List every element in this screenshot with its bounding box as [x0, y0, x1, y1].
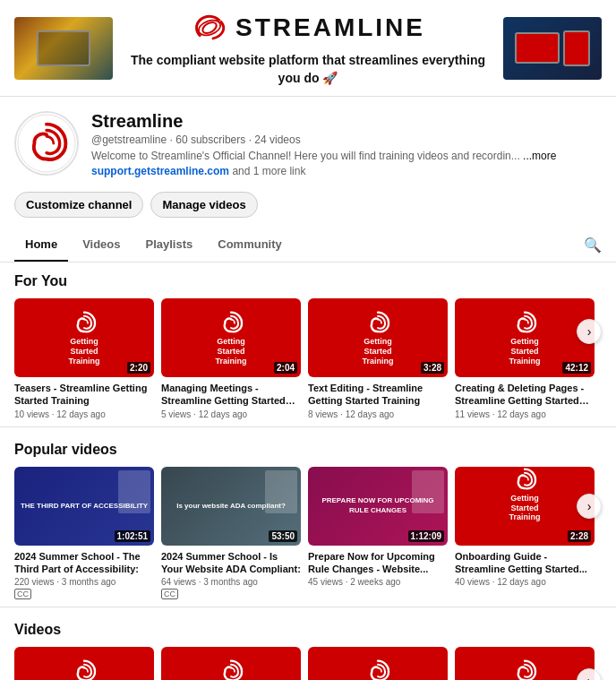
video-thumbnail[interactable]: PREPARE NOW FOR UPCOMING RULE CHANGES 1:…	[308, 467, 448, 546]
video-thumbnail[interactable]: GettingStartedTraining 3:28	[308, 298, 448, 377]
video-thumbnail[interactable]: GettingStartedTraining 2:04	[161, 298, 301, 377]
channel-info-row: Streamline @getstreamline · 60 subscribe…	[14, 111, 602, 177]
video-thumbnail[interactable]: GettingStartedTraining 4:17	[308, 647, 448, 680]
channel-subscribers: 60 subscribers	[175, 133, 245, 146]
video-meta: 45 views · 2 weeks ago	[308, 577, 448, 587]
cc-badge: CC	[14, 589, 31, 599]
videos-row-wrapper: GettingStartedTraining 2:28 Onboarding G…	[14, 647, 602, 680]
nav-tab-playlists[interactable]: Playlists	[135, 228, 204, 262]
device-screen-icon	[515, 32, 560, 64]
banner-tagline: The compliant website platform that stre…	[127, 52, 489, 87]
video-meta: 5 views · 12 days ago	[161, 409, 301, 419]
channel-nav: Home Videos Playlists Community 🔍	[0, 228, 616, 263]
banner-center: STREAMLINE The compliant website platfor…	[127, 9, 489, 87]
list-item[interactable]: GettingStartedTraining 2:28 Onboarding G…	[455, 467, 595, 600]
popular-videos-row: THE THIRD PART OF ACCESSIBILITY 1:02:51 …	[14, 467, 602, 600]
description-more-link[interactable]: ...more	[523, 150, 556, 162]
list-item[interactable]: GettingStartedTraining 42:12 Creating & …	[455, 298, 595, 419]
popular-videos-section: Popular videos THE THIRD PART OF ACCESSI…	[0, 431, 616, 604]
for-you-video-row: GettingStartedTraining 2:20 Teasers - St…	[14, 298, 602, 419]
channel-link[interactable]: support.getstreamline.com	[91, 165, 229, 177]
list-item[interactable]: GettingStartedTraining 2:04 Managing Mee…	[161, 298, 301, 419]
video-thumbnail[interactable]: GettingStartedTraining 2:28	[14, 647, 154, 680]
video-thumb-logo: GettingStartedTraining	[213, 310, 249, 366]
videos-row: GettingStartedTraining 2:28 Onboarding G…	[14, 647, 602, 680]
avatar-logo-icon	[16, 113, 77, 174]
for-you-section: For You GettingStartedTraining 2:20 Teas…	[0, 263, 616, 423]
video-duration: 1:12:09	[408, 530, 444, 542]
video-title: Creating & Deleting Pages - Streamline G…	[455, 382, 595, 408]
videos-section: Videos GettingStartedTraining 2:28 Onboa…	[0, 611, 616, 680]
video-meta: 64 views · 3 months ago	[161, 577, 301, 587]
channel-avatar	[14, 111, 79, 176]
video-thumb-logo: GettingStartedTraining	[360, 310, 396, 366]
video-meta: 40 views · 12 days ago	[455, 577, 595, 587]
video-thumb-logo: GettingStartedTraining	[507, 658, 543, 680]
cc-badge: CC	[161, 589, 178, 599]
streamline-logo-icon	[191, 9, 228, 47]
list-item[interactable]: GettingStartedTraining 2:28 Onboarding G…	[14, 647, 154, 680]
video-title: Teasers - Streamline Getting Started Tra…	[14, 382, 154, 408]
video-meta: 10 views · 12 days ago	[14, 409, 154, 419]
video-title: Text Editing - Streamline Getting Starte…	[308, 382, 448, 408]
video-thumb-logo: GettingStartedTraining	[455, 467, 595, 522]
for-you-title: For You	[14, 273, 602, 289]
person-thumbnail	[265, 470, 297, 513]
video-thumbnail[interactable]: GettingStartedTraining 2:20	[14, 298, 154, 377]
list-item[interactable]: Is your website ADA compliant? 53:50 202…	[161, 467, 301, 600]
person-thumbnail	[118, 470, 150, 513]
list-item[interactable]: GettingStartedTraining 2:48 Managing You…	[455, 647, 595, 680]
video-thumb-logo: GettingStartedTraining	[507, 310, 543, 366]
list-item[interactable]: THE THIRD PART OF ACCESSIBILITY 1:02:51 …	[14, 467, 154, 600]
banner-logo-text: STREAMLINE	[235, 13, 425, 42]
list-item[interactable]: PREPARE NOW FOR UPCOMING RULE CHANGES 1:…	[308, 467, 448, 600]
video-meta: 220 views · 3 months ago	[14, 577, 154, 587]
video-thumbnail[interactable]: GettingStartedTraining 42:12	[455, 298, 595, 377]
popular-videos-row-wrapper: THE THIRD PART OF ACCESSIBILITY 1:02:51 …	[14, 467, 602, 600]
video-thumb-logo: GettingStartedTraining	[66, 310, 102, 366]
section-divider-1	[0, 426, 616, 427]
channel-link-extra: and 1 more link	[232, 165, 305, 177]
nav-tab-home[interactable]: Home	[14, 228, 68, 262]
for-you-video-row-wrapper: GettingStartedTraining 2:20 Teasers - St…	[14, 298, 602, 419]
video-thumbnail[interactable]: Is your website ADA compliant? 53:50	[161, 467, 301, 546]
popular-videos-title: Popular videos	[14, 442, 602, 458]
list-item[interactable]: GettingStartedTraining 4:17 Using the Tr…	[308, 647, 448, 680]
list-item[interactable]: GettingStartedTraining 3:28 Text Editing…	[308, 298, 448, 419]
nav-tab-videos[interactable]: Videos	[72, 228, 131, 262]
video-title: 2024 Summer School - The Third Part of A…	[14, 550, 154, 576]
banner-left-image	[14, 17, 113, 80]
video-thumbnail[interactable]: GettingStartedTraining 1:57	[161, 647, 301, 680]
channel-details: Streamline @getstreamline · 60 subscribe…	[91, 111, 602, 177]
search-icon[interactable]: 🔍	[584, 237, 602, 254]
popular-scroll-right[interactable]: ›	[577, 494, 602, 519]
video-title: Managing Meetings - Streamline Getting S…	[161, 382, 301, 408]
video-duration: 53:50	[269, 530, 297, 542]
manage-videos-button[interactable]: Manage videos	[150, 192, 257, 218]
device-tablet-icon	[563, 30, 590, 66]
channel-header: Streamline @getstreamline · 60 subscribe…	[0, 97, 616, 218]
video-thumb-logo: GettingStartedTraining	[360, 658, 396, 680]
video-meta: 11 views · 12 days ago	[455, 409, 595, 419]
customize-channel-button[interactable]: Customize channel	[14, 192, 143, 218]
video-thumbnail[interactable]: GettingStartedTraining 2:48	[455, 647, 595, 680]
list-item[interactable]: GettingStartedTraining 2:20 Teasers - St…	[14, 298, 154, 419]
video-duration: 2:28	[568, 530, 591, 542]
video-thumbnail[interactable]: THE THIRD PART OF ACCESSIBILITY 1:02:51	[14, 467, 154, 546]
video-thumb-logo: GettingStartedTraining	[213, 658, 249, 680]
video-duration: 1:02:51	[115, 530, 150, 542]
nav-tab-community[interactable]: Community	[207, 228, 293, 262]
video-duration: 42:12	[562, 362, 591, 374]
video-thumb-logo: GettingStartedTraining	[66, 658, 102, 680]
channel-handle: @getstreamline	[91, 133, 167, 146]
person-thumbnail	[412, 470, 444, 513]
video-duration: 2:04	[274, 362, 297, 374]
channel-links: support.getstreamline.com and 1 more lin…	[91, 165, 602, 177]
video-thumbnail[interactable]: GettingStartedTraining 2:28	[455, 467, 595, 546]
for-you-scroll-right[interactable]: ›	[577, 319, 602, 344]
list-item[interactable]: GettingStartedTraining 1:57 Logging in &…	[161, 647, 301, 680]
video-meta: 8 views · 12 days ago	[308, 409, 448, 419]
channel-description: Welcome to Streamline's Official Channel…	[91, 150, 602, 162]
section-divider-2	[0, 607, 616, 607]
videos-title: Videos	[14, 622, 602, 638]
